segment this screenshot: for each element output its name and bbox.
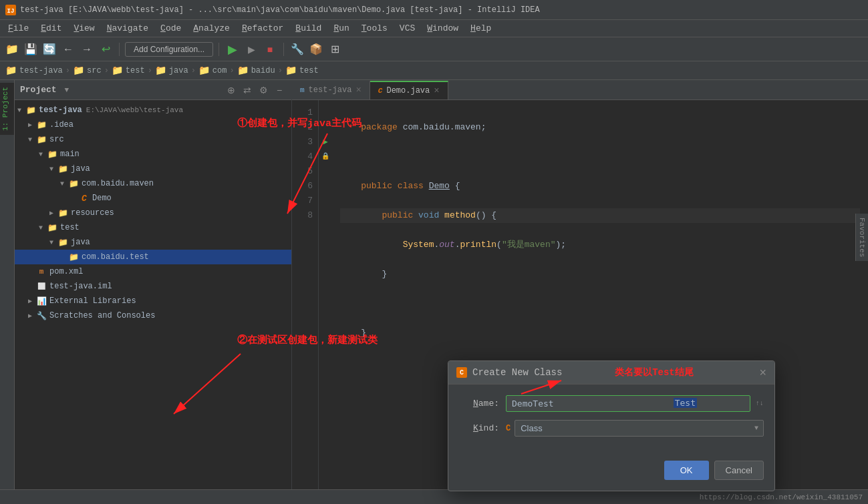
run-button[interactable]: ▶ <box>225 41 241 57</box>
menu-tools[interactable]: Tools <box>356 22 393 35</box>
tree-external-libs[interactable]: ▶ 📊 External Libraries <box>15 294 291 308</box>
menu-edit[interactable]: Edit <box>35 22 67 35</box>
run2-button[interactable]: ▶ <box>243 41 259 57</box>
folder-icon: 📁 <box>5 65 17 76</box>
favorites-tab[interactable]: Favorites <box>855 214 868 261</box>
kind-select[interactable]: Class Interface Enum Annotation <box>515 420 764 437</box>
bc-test2[interactable]: 📁 test <box>285 65 319 76</box>
bc-baidu[interactable]: 📁 baidu <box>237 65 275 76</box>
bc-src[interactable]: 📁 src <box>73 65 102 76</box>
scratches-label: Scratches and Consoles <box>49 311 155 320</box>
stop-button[interactable]: ■ <box>262 41 278 57</box>
gear-button[interactable]: ⚙ <box>257 83 270 97</box>
tab-demo-java[interactable]: C Demo.java × <box>370 81 448 99</box>
sdk-button[interactable]: 📦 <box>308 41 324 57</box>
java-test-folder-icon: 📁 <box>57 237 68 248</box>
menu-navigate[interactable]: Navigate <box>102 22 154 35</box>
menu-code[interactable]: Code <box>155 22 186 35</box>
bc-java[interactable]: 📁 java <box>155 65 188 76</box>
tree-idea[interactable]: ▶ 📁 .idea <box>15 117 291 132</box>
main-folder-icon: 📁 <box>47 149 57 160</box>
separator-1 <box>119 43 120 56</box>
tree-com-baidu-maven[interactable]: ▼ 📁 com.baidu.maven <box>15 176 291 191</box>
project-tree: ▼ 📁 test-java E:\JAVA\webb\test-java ▶ 📁… <box>15 100 291 504</box>
menu-vcs[interactable]: VCS <box>394 22 420 35</box>
folder-icon-com: 📁 <box>198 65 210 76</box>
tree-resources[interactable]: ▶ 📁 resources <box>15 206 291 220</box>
bc-test2-label: test <box>299 66 319 75</box>
code-line-6: } <box>340 267 860 282</box>
menu-bar: File Edit View Navigate Code Analyze Ref… <box>0 20 868 37</box>
project-tab[interactable]: 1: Project <box>0 83 14 135</box>
tab-test-java[interactable]: m test-java × <box>292 81 370 99</box>
scratches-icon: 🔧 <box>36 310 47 321</box>
breadcrumb: 📁 test-java › 📁 src › 📁 test › 📁 java › … <box>0 61 868 80</box>
open-button[interactable]: 📁 <box>4 41 20 57</box>
menu-window[interactable]: Window <box>422 22 464 35</box>
name-label: Name: <box>459 399 499 409</box>
tab-icon-m: m <box>300 86 305 94</box>
demo-java-icon: C <box>79 193 90 204</box>
bc-baidu-label: baidu <box>251 66 275 75</box>
iml-icon: ⬜ <box>36 281 47 292</box>
bc-java-label: java <box>169 66 188 75</box>
tree-arrow-idea: ▶ <box>28 121 36 129</box>
menu-file[interactable]: File <box>3 22 34 35</box>
svg-text:IJ: IJ <box>7 8 15 15</box>
revert-button[interactable]: ↩ <box>98 41 114 57</box>
sync-tree-button[interactable]: ⇄ <box>241 83 254 97</box>
bc-root[interactable]: 📁 test-java <box>5 65 63 76</box>
tree-demo[interactable]: C Demo <box>15 191 291 206</box>
dialog-footer: OK Cancel <box>448 455 774 491</box>
menu-build[interactable]: Build <box>290 22 327 35</box>
tree-arrow-test: ▼ <box>39 224 47 232</box>
add-button[interactable]: ⊕ <box>225 83 238 97</box>
bc-test-label: test <box>126 66 145 75</box>
cbm-folder-icon: 📁 <box>68 178 79 189</box>
tab-close-demo-java[interactable]: × <box>434 85 439 96</box>
terminal-button[interactable]: ⊞ <box>327 41 343 57</box>
dialog-title-bar: C Create New Class 类名要以Test结尾 × <box>448 361 774 385</box>
root-folder-icon: 📁 <box>25 105 36 115</box>
tree-arrow-java-test: ▼ <box>49 239 57 246</box>
java-main-label: java <box>71 164 90 174</box>
menu-view[interactable]: View <box>68 22 100 35</box>
dialog-close-button[interactable]: × <box>759 366 766 379</box>
ok-button[interactable]: OK <box>664 461 709 480</box>
menu-run[interactable]: Run <box>328 22 354 35</box>
menu-help[interactable]: Help <box>465 22 496 35</box>
settings-button[interactable]: 🔧 <box>289 41 305 57</box>
java-main-folder-icon: 📁 <box>57 164 68 174</box>
cancel-button[interactable]: Cancel <box>714 461 764 480</box>
back-button[interactable]: ← <box>60 41 76 57</box>
add-configuration-button[interactable]: Add Configuration... <box>125 42 213 57</box>
forward-button[interactable]: → <box>79 41 95 57</box>
main-layout: 1: Project Project ▼ ⊕ ⇄ ⚙ − ▼ 📁 test-ja… <box>0 80 868 504</box>
minimize-button[interactable]: − <box>273 83 286 97</box>
cbt-label: com.baidu.test <box>82 252 149 262</box>
name-input[interactable] <box>506 395 750 412</box>
tree-test[interactable]: ▼ 📁 test <box>15 220 291 235</box>
tree-src[interactable]: ▼ 📁 src <box>15 132 291 147</box>
menu-analyze[interactable]: Analyze <box>188 22 235 35</box>
project-dropdown-arrow[interactable]: ▼ <box>65 86 69 94</box>
tree-java-test[interactable]: ▼ 📁 java <box>15 235 291 250</box>
save-button[interactable]: 💾 <box>23 41 39 57</box>
tree-main[interactable]: ▼ 📁 main <box>15 147 291 162</box>
name-arrows[interactable]: ↑↓ <box>756 400 764 407</box>
code-line-4: public void method() { <box>340 208 860 223</box>
bc-com[interactable]: 📁 com <box>198 65 227 76</box>
iml-label: test-java.iml <box>49 282 112 291</box>
sync-button[interactable]: 🔄 <box>41 41 57 57</box>
tree-root[interactable]: ▼ 📁 test-java E:\JAVA\webb\test-java <box>15 103 291 117</box>
bc-test[interactable]: 📁 test <box>112 65 145 76</box>
dialog-body: Name: Test ↑↓ Kind: C Class Interface En… <box>448 385 774 455</box>
tree-com-baidu-test[interactable]: 📁 com.baidu.test <box>15 250 291 264</box>
tree-scratches[interactable]: ▶ 🔧 Scratches and Consoles <box>15 308 291 323</box>
menu-refactor[interactable]: Refactor <box>237 22 289 35</box>
tree-pom[interactable]: m pom.xml <box>15 264 291 279</box>
code-line-5: System.out.println("我是maven"); <box>340 238 860 252</box>
tree-iml[interactable]: ⬜ test-java.iml <box>15 279 291 294</box>
tab-close-test-java[interactable]: × <box>355 85 361 95</box>
tree-java-main[interactable]: ▼ 📁 java <box>15 162 291 176</box>
